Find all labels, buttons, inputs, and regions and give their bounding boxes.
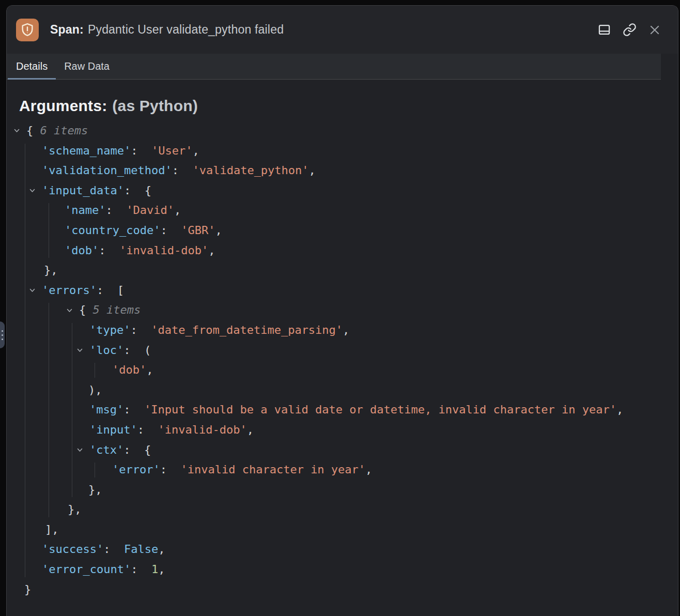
tree-row: }	[7, 580, 678, 600]
token-pu: ,	[365, 463, 372, 476]
token-pu: ,	[174, 204, 181, 217]
token-bool: False	[124, 543, 158, 556]
tree-row: 'validation_method': 'validate_python',	[7, 161, 678, 181]
tree-row: },	[7, 260, 678, 281]
arguments-heading-format: (as Python)	[112, 97, 198, 114]
token-key: 'error_count'	[42, 563, 131, 576]
header-actions	[594, 20, 664, 40]
tree-row: { 5 items	[7, 300, 678, 320]
tree-row: 'dob',	[7, 360, 678, 380]
token-pu: ),	[88, 383, 102, 396]
token-pu: ,	[616, 403, 623, 416]
details-content: Arguments:(as Python) { 6 items'schema_n…	[7, 97, 678, 599]
token-str: 'invalid-dob'	[158, 423, 246, 436]
tree-row: 'dob': 'invalid-dob',	[7, 241, 678, 261]
token-pu: :	[123, 403, 144, 416]
token-str: 'invalid character in year'	[180, 463, 365, 476]
span-detail-panel: Span:Pydantic User validate_python faile…	[6, 5, 678, 616]
tree-row: },	[7, 480, 678, 500]
token-pu: }	[24, 583, 31, 596]
indent-guide	[72, 323, 72, 497]
panel-title: Span:Pydantic User validate_python faile…	[50, 23, 594, 37]
token-pu: : (	[123, 344, 151, 357]
panel-resize-handle[interactable]	[0, 321, 5, 348]
token-pu: :	[103, 543, 124, 556]
arguments-heading-label: Arguments:	[19, 97, 107, 114]
token-str: 'David'	[126, 204, 174, 217]
token-str: 'Input should be a valid date or datetim…	[144, 403, 616, 416]
token-key: 'loc'	[89, 344, 123, 357]
token-pu: :	[160, 463, 181, 476]
token-pu: :	[99, 244, 119, 257]
panel-title-text: Pydantic User validate_python failed	[88, 23, 284, 36]
indent-guide	[25, 144, 25, 577]
token-str: 'invalid-dob'	[119, 244, 208, 257]
token-str: 'User'	[151, 144, 192, 157]
collapse-chevron-icon[interactable]	[77, 440, 83, 460]
token-key: 'error'	[112, 463, 160, 476]
tab-details[interactable]: Details	[8, 54, 56, 79]
tree-row: 'ctx': {	[7, 440, 678, 460]
token-pu: ,	[192, 144, 199, 157]
collapse-chevron-icon[interactable]	[14, 121, 20, 141]
panel-title-prefix: Span:	[50, 23, 84, 36]
copy-link-icon[interactable]	[620, 20, 640, 40]
collapse-chevron-icon[interactable]	[77, 341, 83, 361]
token-key: 'errors'	[42, 284, 97, 297]
tree-row: 'msg': 'Input should be a valid date or …	[7, 400, 678, 420]
tree-row: 'loc': (	[7, 341, 678, 361]
token-pu: : [	[97, 284, 124, 297]
tree-row: 'input': 'invalid-dob',	[7, 420, 678, 440]
collapse-chevron-icon[interactable]	[29, 281, 35, 301]
token-str: 'date_from_datetime_parsing'	[151, 324, 343, 336]
tree-row: ],	[7, 520, 678, 540]
token-pu: ,	[158, 563, 165, 576]
token-key: 'input'	[89, 423, 137, 436]
token-pu: ,	[343, 324, 349, 336]
tree-row: 'country_code': 'GBR',	[7, 221, 678, 241]
arguments-heading: Arguments:(as Python)	[19, 97, 678, 115]
indent-guide	[49, 303, 49, 517]
tab-raw-data[interactable]: Raw Data	[56, 54, 118, 79]
token-pu: ,	[146, 363, 153, 376]
tree-row: },	[7, 500, 678, 520]
tree-row: 'error_count': 1,	[7, 560, 678, 580]
token-key: 'dob'	[65, 244, 99, 257]
token-pu: : {	[123, 443, 151, 456]
tree-row: 'name': 'David',	[7, 201, 678, 221]
collapse-chevron-icon[interactable]	[29, 181, 35, 201]
arguments-json-tree: { 6 items'schema_name': 'User','validati…	[7, 121, 678, 599]
token-pu: ,	[208, 244, 215, 257]
panel-header: Span:Pydantic User validate_python faile…	[7, 6, 678, 54]
token-key: 'input_data'	[42, 184, 124, 197]
indent-guide	[49, 203, 49, 258]
token-pu: ,	[158, 543, 165, 556]
indent-guide	[95, 363, 95, 378]
token-pu: :	[160, 224, 181, 237]
tree-row: 'input_data': {	[7, 181, 678, 201]
token-key: 'success'	[42, 543, 103, 556]
token-key: 'type'	[89, 324, 130, 336]
token-key: 'schema_name'	[42, 144, 131, 157]
token-pu: :	[105, 204, 126, 217]
token-str: 'dob'	[112, 363, 146, 376]
tree-row: 'success': False,	[7, 540, 678, 560]
shield-alert-icon	[16, 19, 39, 41]
token-key: 'ctx'	[89, 443, 123, 456]
token-key: 'country_code'	[65, 224, 160, 237]
token-str: 'validate_python'	[192, 164, 308, 177]
close-icon[interactable]	[645, 20, 664, 40]
open-in-panel-icon[interactable]	[594, 20, 614, 40]
tab-bar: DetailsRaw Data	[7, 54, 661, 80]
indent-guide	[95, 463, 95, 478]
token-key: 'name'	[65, 204, 105, 217]
collapse-chevron-icon[interactable]	[67, 300, 72, 320]
token-key: 'validation_method'	[42, 164, 172, 177]
token-pu: :	[131, 563, 151, 576]
token-pu: ,	[215, 224, 222, 237]
token-pu: :	[172, 164, 193, 177]
token-str: 'GBR'	[181, 224, 215, 237]
token-pu: : {	[124, 184, 151, 197]
token-pu: },	[44, 264, 58, 276]
token-num: 1	[151, 563, 158, 576]
